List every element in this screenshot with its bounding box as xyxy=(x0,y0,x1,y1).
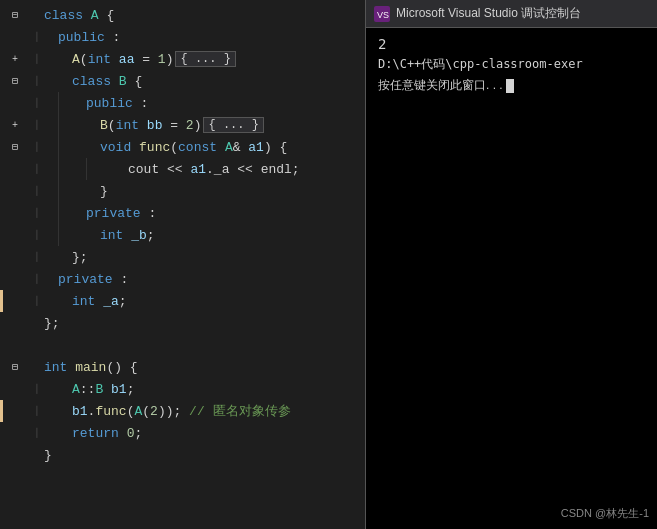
tree-4: │ xyxy=(30,76,44,86)
type-int-1: int xyxy=(88,52,111,67)
brace-open: { xyxy=(99,8,115,23)
gutter-17: ⊟ xyxy=(0,361,30,373)
modified-19 xyxy=(0,400,3,422)
code-line-12: │ }; xyxy=(0,246,370,268)
type-B2: B xyxy=(95,382,103,397)
vs-icon: VS xyxy=(374,6,390,22)
line-content-14: int _a ; xyxy=(72,294,127,309)
console-panel: VS Microsoft Visual Studio 调试控制台 2 D:\C+… xyxy=(365,0,657,529)
code-line-6: + │ B ( int bb = 2 ) { ... } xyxy=(0,114,370,136)
call-open: ( xyxy=(127,404,135,419)
indent-8d xyxy=(86,158,100,180)
space5 xyxy=(131,140,139,155)
type-A-call: A xyxy=(134,404,142,419)
line-content-17: int main () { xyxy=(44,360,138,375)
a1-ref: a1 xyxy=(190,162,206,177)
indent-9b xyxy=(58,180,72,202)
indent-4a xyxy=(44,70,58,92)
keyword-public-B: public xyxy=(86,96,133,111)
indent-7a xyxy=(44,136,58,158)
kw-private-inner: private xyxy=(86,206,141,221)
code-line-19: │ b1 . func ( A ( 2 )); // 匿名对象传参 xyxy=(0,400,370,422)
code-line-4: ⊟ │ class B { xyxy=(0,70,370,92)
num-2-arg: 2 xyxy=(150,404,158,419)
fn-func: func xyxy=(139,140,170,155)
gutter-3: + xyxy=(0,54,30,65)
line-content-9: } xyxy=(100,184,108,199)
brace-close-fn: } xyxy=(100,184,108,199)
indent-13a xyxy=(44,268,58,290)
svg-text:VS: VS xyxy=(377,10,389,20)
indent-6d xyxy=(86,114,100,136)
code-line-7: ⊟ │ void func ( const A & a1 ) { xyxy=(0,136,370,158)
indent-19a xyxy=(44,400,58,422)
class-name-B: B xyxy=(119,74,127,89)
indent-3b xyxy=(58,48,72,70)
param-aa: aa xyxy=(119,52,135,67)
colon-3: : xyxy=(141,206,157,221)
tree-19: │ xyxy=(30,406,44,416)
indent-18b xyxy=(58,378,72,400)
code-line-14: │ int _a ; xyxy=(0,290,370,312)
indent-11a xyxy=(44,224,58,246)
semi-ret: ; xyxy=(134,426,142,441)
code-line-17: ⊟ int main () { xyxy=(0,356,370,378)
indent-2a xyxy=(44,26,58,48)
tree-7: │ xyxy=(30,142,44,152)
gutter-6: + xyxy=(0,120,30,131)
tree-14: │ xyxy=(30,296,44,306)
kw-const: const xyxy=(178,140,217,155)
code-line-3: + │ A ( int aa = 1 ) { ... } xyxy=(0,48,370,70)
indent-8c xyxy=(72,158,86,180)
semi-a: ; xyxy=(119,294,127,309)
indent-8f xyxy=(114,158,128,180)
dot-a: ._a << xyxy=(206,162,261,177)
num-1: 1 xyxy=(158,52,166,67)
num-2: 2 xyxy=(186,118,194,133)
console-message: 按任意键关闭此窗口. . . xyxy=(378,77,645,94)
tree-10: │ xyxy=(30,208,44,218)
code-line-20: │ return 0 ; xyxy=(0,422,370,444)
indent-6a xyxy=(44,114,58,136)
num-zero: 0 xyxy=(127,426,135,441)
line-content-13: private : xyxy=(58,272,128,287)
code-area: ⊟ class A { │ public : + │ xyxy=(0,0,370,470)
code-editor: ⊟ class A { │ public : + │ xyxy=(0,0,370,529)
indent-12b xyxy=(58,246,72,268)
line-content-5: public : xyxy=(86,96,148,111)
endl: endl; xyxy=(261,162,300,177)
indent-20a xyxy=(44,422,58,444)
code-line-16 xyxy=(0,334,370,356)
indent-9c xyxy=(72,180,86,202)
indent-11c xyxy=(72,224,86,246)
indent-7d xyxy=(86,136,100,158)
indent-10c xyxy=(72,202,86,224)
kw-void: void xyxy=(100,140,131,155)
param-a1: a1 xyxy=(248,140,264,155)
tree-11: │ xyxy=(30,230,44,240)
space3 xyxy=(111,74,119,89)
paren-B-open: ( xyxy=(108,118,116,133)
line-content-4: class B { xyxy=(72,74,142,89)
indent-10b xyxy=(58,202,72,224)
line-content-3: A ( int aa = 1 ) { ... } xyxy=(72,51,236,67)
gutter-7: ⊟ xyxy=(0,141,30,153)
code-line-2: │ public : xyxy=(0,26,370,48)
bracket-preview-1: { ... } xyxy=(175,51,235,67)
indent-8b xyxy=(58,158,72,180)
line-content-21: } xyxy=(44,448,52,463)
brace-B: { xyxy=(127,74,143,89)
code-line-11: │ int _b ; xyxy=(0,224,370,246)
indent-9d xyxy=(86,180,100,202)
type-AB: A xyxy=(72,382,80,397)
watermark: CSDN @林先生-1 xyxy=(561,506,649,521)
fn-func-call: func xyxy=(95,404,126,419)
indent-18a xyxy=(44,378,58,400)
scope: :: xyxy=(80,382,96,397)
paren-B-close: ) xyxy=(194,118,202,133)
space4 xyxy=(139,118,147,133)
close-main: } xyxy=(44,448,52,463)
type-int-a: int xyxy=(72,294,95,309)
paren-open: ( xyxy=(80,52,88,67)
console-msg-text: 按任意键关闭此窗口. . . xyxy=(378,78,503,92)
